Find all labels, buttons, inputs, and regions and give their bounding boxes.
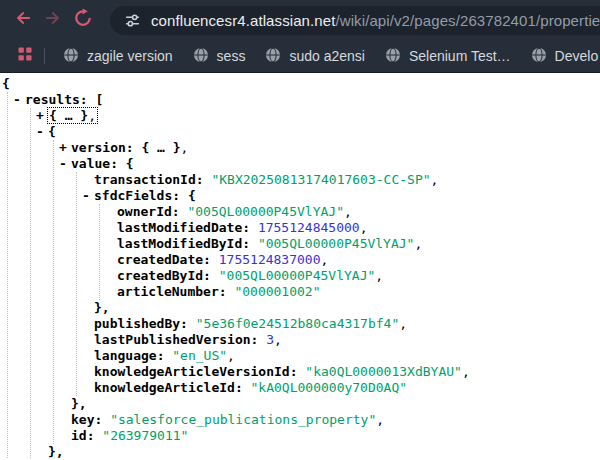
json-comma: , (360, 220, 368, 235)
json-key: createdDate (117, 252, 203, 267)
json-line: lastPublishedVersion: 3, (94, 332, 600, 348)
json-line: lastModifiedDate: 1755124845000, (117, 220, 600, 236)
json-string-value: "5e36f0e24512b80ca4317bf4" (196, 316, 400, 331)
json-comma: , (227, 348, 235, 363)
json-colon: : (242, 236, 258, 251)
json-string-value: "005QL00000P45VlYAJ" (219, 268, 376, 283)
json-colon: : (157, 348, 173, 363)
json-open-brace: [ (95, 92, 103, 107)
json-colon: : (126, 140, 142, 155)
globe-icon (265, 47, 281, 66)
bookmark-label: Selenium Test… (409, 48, 511, 64)
json-colon: : (242, 220, 258, 235)
json-line: createdById: "005QL00000P45VlYAJ", (117, 268, 600, 284)
json-key: articleNumber (117, 284, 219, 299)
json-line: transactionId: "KBX20250813174017603-CC-… (94, 172, 600, 188)
json-colon: : (87, 428, 103, 443)
json-key: lastModifiedById (117, 236, 242, 251)
json-key: knowledgeArticleId (94, 380, 235, 395)
reload-icon (74, 9, 92, 31)
json-string-value: "en_US" (172, 348, 227, 363)
json-comma: , (414, 236, 422, 251)
globe-icon (63, 47, 79, 66)
json-colon: : (110, 156, 126, 171)
json-colon: : (235, 380, 251, 395)
json-colon: : (180, 316, 196, 331)
bookmark-zagile-version[interactable]: zagile version (53, 43, 183, 69)
globe-icon (193, 47, 209, 66)
collapse-toggle[interactable]: - (34, 124, 46, 140)
json-key: id (71, 428, 87, 443)
json-line: lastModifiedById: "005QL00000P45VlYAJ", (117, 236, 600, 252)
apps-grid-button[interactable] (12, 43, 38, 69)
json-colon: : (203, 268, 219, 283)
bookmark-selenium-test[interactable]: Selenium Test… (375, 43, 521, 69)
json-colon: : (172, 188, 188, 203)
collapsed-placeholder[interactable]: { … }, (48, 108, 97, 123)
json-comma: , (321, 252, 329, 267)
json-colon: : (94, 412, 110, 427)
json-open-brace: { (188, 188, 196, 203)
browser-window: confluencesr4.atlassian.net/wiki/api/v2/… (0, 0, 600, 459)
json-colon: : (290, 364, 306, 379)
json-key: transactionId (94, 172, 196, 187)
json-line: knowledgeArticleVersionId: "ka0QL0000013… (94, 364, 600, 380)
url-path: /wiki/api/v2/pages/263782401/properties (335, 12, 600, 29)
json-key: ownerId (117, 204, 172, 219)
bookmark-sudo-a2ensi[interactable]: sudo a2ensi (255, 43, 375, 69)
json-key: lastModifiedDate (117, 220, 242, 235)
json-string-value: "000001002" (234, 284, 320, 299)
expand-toggle[interactable]: + (57, 140, 69, 156)
json-line: key: "salesforce_publications_property", (71, 412, 600, 428)
json-children: -results: [+{ … },-{+version: { … },-val… (7, 92, 600, 459)
json-children: +version: { … },-value: {transactionId: … (53, 140, 600, 444)
globe-icon (531, 47, 547, 66)
json-key: publishedBy (94, 316, 180, 331)
json-close-brace: }, (48, 444, 64, 459)
json-comma: , (274, 332, 282, 347)
reload-button[interactable] (68, 5, 98, 35)
json-key: value (71, 156, 110, 171)
collapsed-placeholder[interactable]: { … }, (141, 140, 188, 155)
json-comma: , (431, 172, 439, 187)
back-button[interactable] (8, 5, 38, 35)
bookmark-develo[interactable]: Develo (521, 43, 600, 69)
json-comma: , (375, 268, 383, 283)
json-viewer: {-results: [+{ … },-{+version: { … },-va… (0, 73, 600, 459)
json-number-value: 1755124837000 (219, 252, 321, 267)
collapse-toggle[interactable]: - (80, 188, 92, 204)
url-domain: confluencesr4.atlassian.net (151, 12, 335, 29)
tune-icon[interactable] (124, 12, 141, 29)
bookmark-sess[interactable]: sess (183, 43, 256, 69)
json-colon: : (203, 252, 219, 267)
json-key: language (94, 348, 157, 363)
expand-toggle[interactable]: + (34, 108, 46, 124)
json-line: publishedBy: "5e36f0e24512b80ca4317bf4", (94, 316, 600, 332)
json-key: results (25, 92, 80, 107)
bookmark-label: Develo (555, 48, 599, 64)
json-comma: , (181, 140, 189, 155)
collapse-toggle[interactable]: - (57, 156, 69, 172)
json-number-value: 3 (266, 332, 274, 347)
json-line: -value: { (71, 156, 600, 172)
json-close-brace: }, (71, 396, 87, 411)
forward-button[interactable] (38, 5, 68, 35)
globe-icon (385, 47, 401, 66)
json-children: transactionId: "KBX20250813174017603-CC-… (76, 172, 600, 396)
url-bar[interactable]: confluencesr4.atlassian.net/wiki/api/v2/… (110, 6, 600, 35)
json-key: lastPublishedVersion (94, 332, 251, 347)
bookmark-label: sudo a2ensi (289, 48, 365, 64)
json-string-value: "salesforce_publications_property" (110, 412, 376, 427)
json-colon: : (196, 172, 212, 187)
json-open-brace: { (48, 124, 56, 139)
json-string-value: "005QL00000P45VlYAJ" (187, 204, 344, 219)
json-colon: : (80, 92, 96, 107)
json-line: { (2, 76, 600, 92)
json-colon: : (251, 332, 267, 347)
json-root: {-results: [+{ … },-{+version: { … },-va… (2, 76, 600, 459)
json-line: }, (48, 444, 600, 459)
collapse-toggle[interactable]: - (11, 92, 23, 108)
url-text[interactable]: confluencesr4.atlassian.net/wiki/api/v2/… (151, 12, 600, 29)
bookmark-label: sess (217, 48, 246, 64)
json-key: version (71, 140, 126, 155)
